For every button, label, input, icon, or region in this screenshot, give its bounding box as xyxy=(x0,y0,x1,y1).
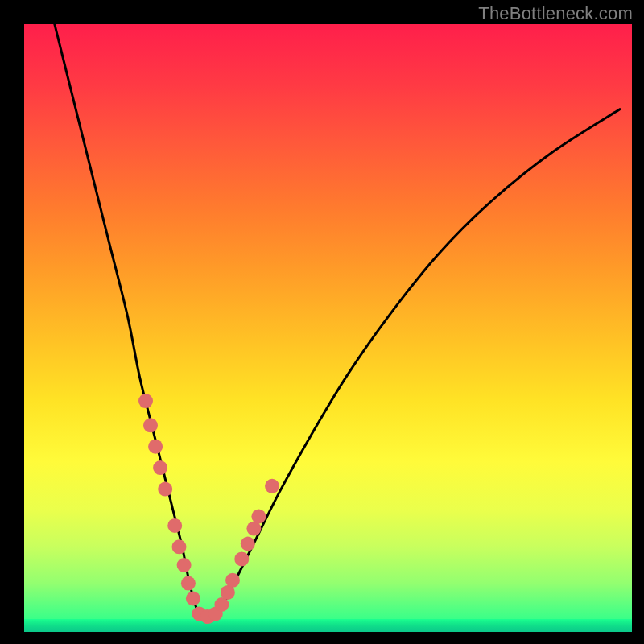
highlight-dot xyxy=(138,394,153,408)
curve-group xyxy=(55,24,620,618)
highlight-dot xyxy=(265,479,279,493)
highlight-dot xyxy=(148,440,163,454)
watermark-text: TheBottleneck.com xyxy=(478,3,633,24)
highlight-dot xyxy=(181,576,196,591)
highlight-dot xyxy=(241,537,255,551)
highlight-dot xyxy=(167,518,182,533)
highlight-dot xyxy=(251,510,266,524)
bottleneck-curve xyxy=(55,24,620,618)
highlight-dot xyxy=(186,592,200,606)
highlight-dot xyxy=(234,551,249,566)
chart-frame: TheBottleneck.com xyxy=(0,0,644,644)
highlight-dot xyxy=(225,573,240,588)
highlight-dot xyxy=(158,482,172,497)
highlight-dots-group xyxy=(138,394,279,624)
highlight-dot xyxy=(172,539,187,554)
highlight-dot xyxy=(177,558,192,572)
highlight-dot xyxy=(143,418,158,432)
chart-svg xyxy=(24,24,632,632)
highlight-dot xyxy=(153,460,167,475)
